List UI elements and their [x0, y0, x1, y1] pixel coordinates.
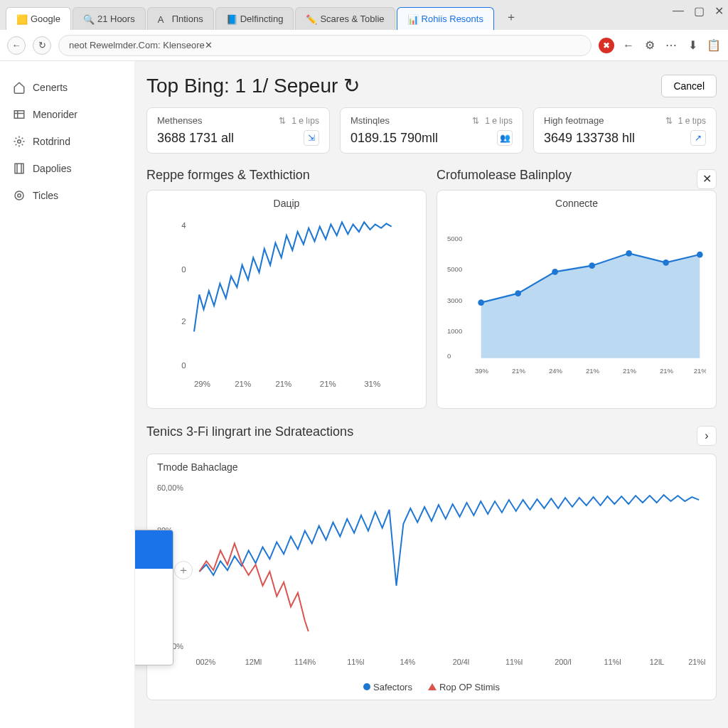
panel-title-right: Crofumolease Balinploy	[437, 168, 572, 183]
new-tab-button[interactable]: ＋	[504, 10, 518, 24]
svg-marker-19	[481, 253, 700, 358]
svg-text:0: 0	[447, 352, 451, 360]
sidebar-item-cenerts[interactable]: Cenerts	[9, 74, 126, 101]
legend-item-safectors: Safectors	[363, 682, 412, 692]
minimize-icon[interactable]: —	[673, 4, 684, 18]
svg-text:114l%: 114l%	[294, 658, 316, 666]
menu-item[interactable]: ▢Conapeir Inlite	[135, 569, 173, 588]
link-icon[interactable]: ↗	[690, 130, 706, 146]
close-panel-button[interactable]: ✕	[697, 169, 717, 189]
reload-button[interactable]: ↻	[33, 36, 51, 55]
sidebar-item-menorider[interactable]: Menorider	[9, 101, 126, 128]
svg-text:0: 0	[181, 361, 186, 370]
tab-google[interactable]: 🟨Google	[6, 7, 71, 30]
tab-scares[interactable]: ✏️Scares & Toblie	[295, 7, 395, 30]
svg-point-25	[663, 259, 669, 266]
kpi-label: High feotmage	[544, 115, 604, 126]
gear-dot-icon	[13, 135, 26, 148]
sidebar-item-rotdrind[interactable]: Rotdrind	[9, 128, 126, 155]
kpi-value: 0189.15 790mll	[350, 131, 438, 146]
cancel-button[interactable]: Cancel	[661, 75, 717, 97]
home-icon	[13, 81, 26, 94]
page-title: Top Bing: 1 1/ Sepeur ↻	[146, 74, 360, 97]
back-button[interactable]: ←	[7, 36, 26, 55]
menu-item[interactable]: ✓Tin Mall de. CICP	[135, 550, 173, 569]
export-icon[interactable]: ⇲	[304, 130, 319, 146]
svg-text:21%l: 21%l	[688, 658, 705, 666]
svg-point-24	[626, 250, 632, 257]
menu-item[interactable]: ▢Relgoiress	[135, 646, 173, 665]
panel-title-left: Reppe formges & Texthiction	[146, 168, 427, 183]
tab-label: Пntions	[172, 14, 203, 24]
kpi-label: Mstinqles	[350, 115, 390, 126]
menu-item[interactable]: ✓Caпevalleil	[135, 530, 173, 550]
column-icon	[13, 162, 26, 175]
kpi-value: 3688 1731 all	[157, 131, 234, 146]
svg-text:21%: 21%	[512, 367, 526, 375]
chart-title: Connecte	[447, 198, 706, 209]
chevron-updown-icon[interactable]: ⇅	[665, 116, 673, 126]
section3-title: Tenics 3-Fi lingrart ine Sdrateactions	[146, 424, 353, 439]
pencil-icon: ✏️	[306, 14, 316, 24]
svg-text:12Ml: 12Ml	[245, 658, 262, 666]
svg-text:002%: 002%	[196, 658, 215, 666]
svg-text:4: 4	[181, 221, 186, 230]
chevron-updown-icon[interactable]: ⇅	[279, 116, 286, 126]
sidebar-item-ticles[interactable]: Ticles	[9, 182, 126, 209]
chevron-updown-icon[interactable]: ⇅	[472, 116, 479, 126]
kpi-meta: 1 e lıps	[291, 116, 319, 126]
close-icon[interactable]: ✕	[714, 4, 724, 18]
add-point-button[interactable]: ＋	[174, 561, 193, 579]
sidebar-item-label: Cenerts	[33, 82, 68, 93]
svg-point-23	[589, 262, 595, 269]
tab-label: Google	[31, 14, 60, 24]
download-icon[interactable]: ⬇	[685, 38, 700, 53]
tab-delfincting[interactable]: 📘Delfincting	[215, 7, 294, 30]
svg-text:21%: 21%	[320, 380, 336, 388]
menu-item[interactable]: ▢Pherroge	[135, 607, 173, 626]
tab-ntions[interactable]: AПntions	[147, 7, 214, 30]
svg-text:60,00%: 60,00%	[157, 483, 183, 492]
tab-rohiis[interactable]: 📊Rohiis Resonts	[397, 7, 494, 30]
kpi-meta: 1 e tıps	[678, 116, 706, 126]
maximize-icon[interactable]: ▢	[694, 4, 705, 18]
book-icon: 📘	[226, 14, 236, 24]
svg-text:14%: 14%	[400, 658, 415, 666]
url-field[interactable]: neot Rewelmder.Com: Klenseore✕	[58, 35, 592, 56]
svg-text:24%: 24%	[549, 367, 563, 375]
sidebar-item-label: Dapolies	[33, 163, 71, 174]
svg-point-26	[697, 252, 703, 258]
sidebar-item-dapolies[interactable]: Dapolies	[9, 155, 126, 182]
svg-point-1	[18, 140, 21, 144]
menu-item[interactable]: ▢Apect	[135, 588, 173, 607]
svg-text:5000: 5000	[447, 235, 462, 242]
svg-text:11%l: 11%l	[604, 658, 621, 666]
settings-icon[interactable]: ⚙	[643, 38, 657, 53]
svg-text:200/l: 200/l	[555, 658, 572, 666]
table-icon	[13, 108, 26, 121]
menu-item[interactable]: ▢Conventitue	[135, 626, 173, 646]
sidebar-item-label: Menorider	[33, 109, 77, 120]
area-chart-connecte: 50005000300010000 39%21%24%21%21%21%21%	[447, 213, 706, 398]
tab-label: Delfincting	[240, 14, 284, 24]
ring-icon	[13, 189, 26, 202]
users-icon[interactable]: 👥	[497, 130, 513, 146]
svg-point-21	[515, 290, 521, 296]
svg-text:21%: 21%	[623, 367, 637, 375]
chart-title: Daцip	[157, 198, 416, 209]
next-button[interactable]: ›	[697, 426, 717, 446]
svg-text:3000: 3000	[447, 296, 462, 304]
tab-hoors[interactable]: 🔍21 Hoors	[73, 7, 146, 30]
more-icon[interactable]: ⋯	[664, 38, 678, 53]
kpi-label: Methenses	[157, 115, 203, 126]
back-nav-icon[interactable]: ←	[621, 38, 636, 53]
stop-icon[interactable]: ✖	[599, 38, 614, 53]
tab-label: 21 Hoors	[97, 14, 135, 24]
clipboard-icon[interactable]: 📋	[707, 38, 721, 53]
svg-text:11%l: 11%l	[347, 658, 364, 666]
svg-text:39%: 39%	[475, 367, 489, 375]
svg-point-20	[478, 299, 484, 306]
address-bar: ← ↻ neot Rewelmder.Com: Klenseore✕ ✖ ← ⚙…	[0, 30, 728, 61]
sidebar-item-label: Ticles	[33, 190, 58, 201]
browser-tab-strip: 🟨Google 🔍21 Hoors AПntions 📘Delfincting …	[0, 0, 728, 30]
